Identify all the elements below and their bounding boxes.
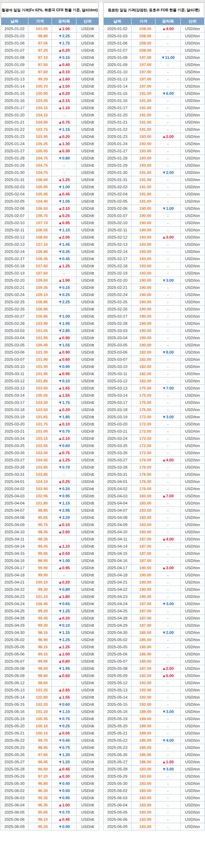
price-cell: 107.70	[28, 219, 52, 227]
table-row: 2025-05-3096.80▼0.40USD/dt	[1, 780, 99, 787]
change-cell: ▼1.85	[52, 413, 77, 421]
table-row: 2025-03-21101.05▼0.70USD/dt	[1, 428, 99, 435]
table-row: 2025-03-03101.05▼2.85USD/dt	[1, 327, 99, 334]
date-cell: 2025-06-06	[104, 816, 132, 823]
date-cell: 2025-05-08	[1, 665, 28, 672]
table-row: 2025-03-24103.15▲2.10USD/dt	[1, 435, 99, 442]
unit-cell: USD/ton	[181, 766, 205, 773]
date-cell: 2025-04-01	[104, 478, 132, 485]
unit-cell: USD/ton	[181, 313, 205, 320]
table-row: 2025-04-08183.00-USD/ton	[104, 514, 205, 521]
unit-cell: USD/ton	[181, 751, 205, 758]
unit-cell: USD/ton	[181, 442, 205, 449]
unit-cell: USD/ton	[181, 528, 205, 536]
price-cell: 101.10	[28, 593, 52, 600]
date-cell: 2025-04-23	[104, 593, 132, 600]
price-cell: 190.00	[132, 320, 155, 327]
date-cell: 2025-03-17	[104, 399, 132, 406]
table-row: 2025-03-07182.00-USD/ton	[104, 356, 205, 363]
change-cell: ▼0.70	[52, 464, 77, 471]
date-cell: 2025-01-17	[1, 104, 28, 112]
unit-cell: USD/ton	[181, 579, 205, 586]
unit-cell: USD/ton	[181, 715, 205, 723]
unit-cell: USD/ton	[181, 227, 205, 234]
table-row: 2025-05-0296.90▼1.25USD/dt	[1, 636, 99, 643]
change-cell: -	[155, 378, 181, 385]
price-cell: 187.00	[132, 536, 155, 543]
unit-cell: USD/ton	[181, 507, 205, 514]
date-cell: 2025-05-23	[104, 744, 132, 751]
date-cell: 2025-02-03	[1, 183, 28, 191]
unit-cell: USD/ton	[181, 449, 205, 457]
change-cell: -	[155, 802, 181, 809]
change-cell: ▲1.55	[52, 694, 77, 701]
unit-cell: USD/dt	[77, 651, 99, 658]
table-row: 2025-03-31176.00-USD/ton	[104, 471, 205, 478]
unit-cell: USD/ton	[181, 723, 205, 730]
table-row: 2025-04-24100.45▼0.65USD/dt	[1, 600, 99, 608]
unit-cell: USD/dt	[77, 61, 99, 68]
change-cell: ▼11.00	[155, 54, 181, 61]
table-row: 2025-01-21191.00-USD/ton	[104, 119, 205, 126]
date-cell: 2025-04-01	[1, 478, 28, 485]
table-row: 2025-05-29183.00-USD/ton	[104, 773, 205, 780]
unit-cell: USD/dt	[77, 33, 99, 40]
date-cell: 2025-01-21	[104, 119, 132, 126]
date-cell: 2025-04-24	[1, 600, 28, 608]
unit-cell: USD/dt	[77, 76, 99, 83]
date-cell: 2025-01-03	[104, 33, 132, 40]
change-cell: -	[155, 212, 181, 219]
change-cell: -	[155, 284, 181, 291]
date-cell: 2025-02-14	[104, 248, 132, 255]
date-cell: 2025-02-03	[104, 183, 132, 191]
table-row: 2025-04-2899.40▲0.20USD/dt	[1, 615, 99, 622]
date-cell: 2025-05-28	[1, 766, 28, 773]
price-cell: 105.25	[28, 140, 52, 148]
date-cell: 2025-03-28	[1, 464, 28, 471]
unit-cell: USD/ton	[181, 564, 205, 572]
unit-cell: USD/dt	[77, 708, 99, 715]
unit-cell: USD/ton	[181, 737, 205, 744]
table-row: 2025-02-03191.00-USD/ton	[104, 183, 205, 191]
change-cell: ▲0.10	[52, 68, 77, 76]
price-cell: 101.75	[28, 421, 52, 428]
date-cell: 2025-04-14	[104, 543, 132, 550]
column-header-date: 날짜	[104, 18, 132, 25]
column-header-change: 등락폭	[155, 18, 181, 25]
table-row: 2025-01-09197.00-USD/ton	[104, 61, 205, 68]
unit-cell: USD/dt	[77, 90, 99, 97]
unit-cell: USD/dt	[77, 284, 99, 291]
change-cell: ▼0.25	[52, 723, 77, 730]
date-cell: 2025-06-06	[1, 816, 28, 823]
date-cell: 2025-03-05	[1, 342, 28, 349]
table-row: 2025-01-1097.60▲0.10USD/dt	[1, 68, 99, 76]
table-row: 2025-05-13101.25▲2.65USD/dt	[1, 687, 99, 694]
unit-cell: USD/ton	[181, 471, 205, 478]
date-cell: 2025-04-09	[104, 521, 132, 528]
date-cell: 2025-03-18	[104, 406, 132, 413]
change-cell: ▼4.00	[155, 737, 181, 744]
price-cell: 190.00	[132, 205, 155, 212]
date-cell: 2025-03-21	[1, 428, 28, 435]
header-row: 날짜 가격 등락폭 단위	[104, 18, 205, 25]
table-row: 2025-02-07106.75▲0.25USD/dt	[1, 212, 99, 219]
price-cell: 172.00	[132, 421, 155, 428]
change-cell: -	[155, 787, 181, 794]
price-cell: 102.95	[28, 493, 52, 500]
change-cell: ▲1.55	[52, 392, 77, 399]
unit-cell: USD/ton	[181, 248, 205, 255]
price-cell: 97.50	[28, 61, 52, 68]
date-cell: 2025-05-16	[104, 708, 132, 715]
unit-cell: USD/dt	[77, 737, 99, 744]
date-cell: 2025-01-02	[1, 25, 28, 33]
change-cell: ▲1.30	[52, 140, 77, 148]
unit-cell: USD/ton	[181, 500, 205, 507]
price-cell: 190.00	[132, 572, 155, 579]
unit-cell: USD/ton	[181, 263, 205, 270]
change-cell: -	[155, 643, 181, 651]
table-row: 2025-01-06208.00-USD/ton	[104, 40, 205, 47]
date-cell: 2025-04-02	[104, 485, 132, 493]
price-cell: 98.85	[28, 507, 52, 514]
table-row: 2025-04-21100.10▲0.20USD/dt	[1, 579, 99, 586]
change-cell: -	[155, 622, 181, 629]
